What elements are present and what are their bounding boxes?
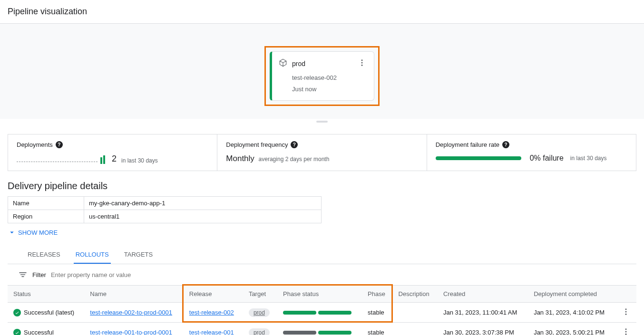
show-more-button[interactable]: SHOW MORE: [0, 223, 644, 241]
details-name-value: my-gke-canary-demo-app-1: [84, 197, 322, 210]
col-created: Created: [438, 286, 528, 303]
rollout-name-link[interactable]: test-release-001-to-prod-0001: [90, 329, 172, 335]
resize-handle[interactable]: [316, 121, 328, 123]
svg-point-4: [625, 311, 626, 313]
deployments-suffix: in last 30 days: [121, 157, 158, 164]
row-menu-button[interactable]: [615, 303, 636, 323]
frequency-value: Monthly: [226, 154, 254, 163]
failure-suffix: in last 30 days: [570, 155, 607, 162]
target-pill[interactable]: prod: [249, 308, 270, 317]
description-text: [393, 323, 438, 335]
col-description: Description: [393, 286, 438, 303]
status-cell: Successful (latest): [13, 309, 78, 316]
col-status: Status: [8, 286, 84, 303]
description-text: [393, 303, 438, 323]
chevron-down-icon: [8, 228, 16, 237]
svg-point-0: [361, 59, 363, 61]
details-table: Name my-gke-canary-demo-app-1 Region us-…: [8, 196, 322, 223]
col-target: Target: [243, 286, 277, 303]
completed-text: Jan 31, 2023, 4:10:02 PM: [528, 303, 615, 323]
deployments-count: 2: [112, 154, 117, 164]
svg-point-5: [625, 314, 626, 315]
col-release: Release: [184, 286, 243, 303]
gke-icon: [279, 58, 287, 68]
filter-bar: Filter: [0, 264, 644, 285]
tabs: RELEASES ROLLOUTS TARGETS: [8, 241, 636, 264]
col-phase: Phase: [362, 286, 393, 303]
svg-point-8: [625, 334, 626, 335]
details-title: Delivery pipeline details: [0, 171, 644, 196]
filter-input[interactable]: [51, 271, 636, 278]
filter-label: Filter: [32, 271, 46, 278]
table-row: Successful (latest) test-release-002-to-…: [8, 303, 636, 323]
target-card-prod[interactable]: prod test-release-002 Just now: [270, 51, 374, 101]
help-icon[interactable]: ?: [291, 141, 298, 148]
phase-status-bars: [283, 331, 356, 335]
release-link[interactable]: test-release-002: [189, 309, 234, 316]
status-cell: Successful: [13, 329, 78, 335]
metric-failure-label: Deployment failure rate: [436, 141, 499, 148]
metric-frequency: Deployment frequency ? Monthly averaging…: [217, 134, 427, 171]
tab-releases[interactable]: RELEASES: [26, 246, 62, 264]
details-region-label: Region: [8, 210, 84, 223]
failure-value: 0% failure: [530, 154, 564, 163]
deployments-sparkline-bars: [100, 155, 105, 164]
target-pill[interactable]: prod: [249, 328, 270, 335]
metric-frequency-label: Deployment frequency: [226, 141, 288, 148]
success-check-icon: [13, 309, 21, 316]
frequency-suffix: averaging 2 days per month: [259, 156, 330, 163]
status-text: Successful (latest): [24, 309, 74, 316]
details-name-label: Name: [8, 197, 84, 210]
target-name: prod: [292, 60, 352, 67]
highlight-annotation: prod test-release-002 Just now: [264, 46, 380, 106]
svg-point-1: [361, 62, 363, 64]
svg-point-7: [625, 331, 626, 333]
tab-rollouts[interactable]: ROLLOUTS: [74, 246, 111, 264]
details-region-value: us-central1: [84, 210, 322, 223]
tab-targets[interactable]: TARGETS: [122, 246, 155, 264]
col-completed: Deployment completed: [528, 286, 615, 303]
target-release: test-release-002: [292, 72, 367, 83]
rollouts-table: Status Name Release Target Phase status …: [8, 285, 636, 335]
metric-failure-rate: Deployment failure rate ? 0% failure in …: [427, 134, 636, 171]
col-actions: [615, 286, 636, 303]
svg-point-6: [625, 328, 626, 330]
phase-status-bars: [283, 311, 356, 315]
created-text: Jan 31, 2023, 11:00:41 AM: [438, 303, 528, 323]
status-text: Successful: [24, 329, 54, 335]
success-check-icon: [13, 329, 21, 335]
metrics-row: Deployments ? 2 in last 30 days Deployme…: [8, 134, 636, 171]
pipeline-visualization-canvas: prod test-release-002 Just now: [0, 24, 644, 119]
row-menu-button[interactable]: [615, 323, 636, 335]
release-link[interactable]: test-release-001: [189, 329, 234, 335]
help-icon[interactable]: ?: [502, 141, 509, 148]
failure-rate-bar: [436, 156, 521, 160]
metric-deployments: Deployments ? 2 in last 30 days: [8, 134, 217, 171]
target-card-menu-button[interactable]: [357, 57, 367, 69]
page-title: Pipeline visualization: [0, 0, 644, 24]
phase-text: stable: [362, 323, 393, 335]
target-time: Just now: [292, 84, 367, 95]
help-icon[interactable]: ?: [56, 141, 63, 148]
col-phase-status: Phase status: [277, 286, 362, 303]
svg-point-2: [361, 65, 363, 66]
completed-text: Jan 30, 2023, 5:00:21 PM: [528, 323, 615, 335]
show-more-label: SHOW MORE: [18, 229, 58, 236]
phase-text: stable: [362, 303, 393, 323]
svg-point-3: [625, 308, 626, 310]
table-row: Successful test-release-001-to-prod-0001…: [8, 323, 636, 335]
deployments-sparkline-baseline: [17, 162, 98, 162]
created-text: Jan 30, 2023, 3:07:38 PM: [438, 323, 528, 335]
col-name: Name: [84, 286, 184, 303]
metric-deployments-label: Deployments: [17, 141, 53, 148]
rollout-name-link[interactable]: test-release-002-to-prod-0001: [90, 309, 172, 316]
filter-icon: [18, 270, 28, 279]
